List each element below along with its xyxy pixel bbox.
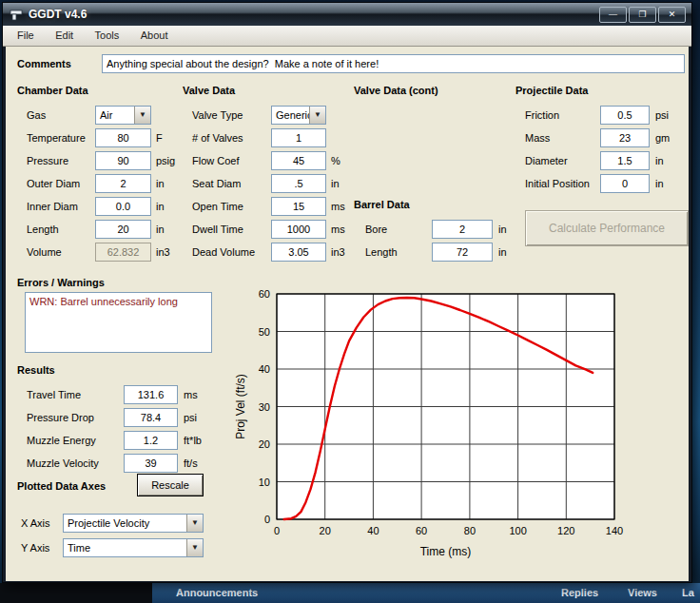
menu-bar: File Edit Tools About: [3, 26, 691, 47]
muzzle-velocity-output: [124, 454, 178, 473]
num-valves-row: # of Valves: [192, 128, 350, 147]
travel-time-label: Travel Time: [27, 389, 81, 400]
plotted-data-axes-header: Plotted Data Axes: [17, 480, 106, 492]
muzzle-velocity-label: Muzzle Velocity: [27, 457, 99, 469]
y-tick-label: 50: [259, 326, 270, 338]
warning-message: WRN: Barrel unnecessarily long: [29, 296, 178, 307]
chart-canvas: 0204060801001201400102030405060Time (ms)…: [232, 282, 679, 568]
seat-diam-unit: in: [331, 178, 340, 189]
friction-input[interactable]: [600, 106, 650, 125]
bore-row: Bore in: [365, 220, 519, 239]
open-time-input[interactable]: [271, 197, 326, 216]
gas-label: Gas: [27, 109, 46, 121]
initial-position-input[interactable]: [600, 174, 650, 193]
bg-col-views: Views: [628, 587, 657, 598]
diameter-unit: in: [655, 155, 664, 166]
pressure-label: Pressure: [27, 155, 68, 166]
dwell-time-input[interactable]: [271, 220, 326, 239]
chevron-down-icon[interactable]: ▼: [186, 515, 203, 532]
y-tick-label: 30: [259, 401, 270, 413]
y-axis-label: Y Axis: [21, 542, 49, 554]
projectile-data-header: Projectile Data: [515, 85, 588, 96]
initial-position-unit: in: [655, 178, 664, 189]
x-axis-row: X Axis Projectile Velocity ▼: [21, 514, 230, 533]
y-axis-row: Y Axis Time ▼: [21, 538, 230, 557]
chamber-data-header: Chamber Data: [17, 85, 88, 96]
bg-col-last: La: [682, 587, 694, 598]
menu-tools[interactable]: Tools: [87, 26, 128, 47]
menu-about[interactable]: About: [132, 26, 177, 47]
bore-label: Bore: [365, 224, 387, 235]
flow-coef-label: Flow Coef: [192, 155, 240, 166]
seat-diam-row: Seat Diam in: [192, 174, 350, 193]
gas-value: Air: [100, 109, 112, 121]
inner-diam-input[interactable]: [95, 197, 151, 216]
muzzle-energy-output: [124, 431, 178, 450]
chevron-down-icon[interactable]: ▼: [309, 107, 325, 124]
muzzle-energy-label: Muzzle Energy: [27, 435, 96, 446]
barrel-length-label: Length: [365, 246, 398, 258]
dwell-time-label: Dwell Time: [192, 224, 243, 235]
bore-unit: in: [498, 224, 507, 235]
diameter-row: Diameter in: [525, 151, 679, 170]
temperature-input[interactable]: [95, 128, 151, 147]
diameter-label: Diameter: [525, 155, 568, 166]
muzzle-velocity-row: Muzzle Velocity ft/s: [27, 454, 226, 473]
y-tick-label: 10: [259, 477, 270, 488]
dead-volume-unit: in3: [331, 246, 345, 258]
valve-type-select[interactable]: Generic ▼: [271, 106, 326, 125]
errors-textbox[interactable]: WRN: Barrel unnecessarily long: [25, 292, 212, 353]
maximize-button[interactable]: ❐: [629, 7, 656, 23]
x-tick-label: 120: [557, 525, 574, 536]
inner-diam-unit: in: [156, 201, 165, 212]
seat-diam-input[interactable]: [271, 174, 326, 193]
pressure-input[interactable]: [95, 151, 151, 170]
dead-volume-label: Dead Volume: [192, 246, 255, 258]
volume-row: Volume in3: [27, 243, 190, 262]
y-axis-select[interactable]: Time ▼: [63, 538, 204, 557]
minimize-button[interactable]: —: [599, 7, 627, 23]
mass-row: Mass gm: [525, 128, 679, 147]
dead-volume-input[interactable]: [271, 243, 326, 262]
travel-time-unit: ms: [184, 389, 198, 400]
num-valves-input[interactable]: [271, 128, 326, 147]
close-button[interactable]: ✕: [658, 7, 686, 23]
muzzle-velocity-unit: ft/s: [184, 457, 198, 469]
initial-position-row: Initial Position in: [525, 174, 679, 193]
barrel-length-input[interactable]: [432, 243, 493, 262]
num-valves-label: # of Valves: [192, 132, 243, 144]
comments-input[interactable]: [102, 54, 685, 73]
gas-select[interactable]: Air ▼: [95, 106, 151, 125]
diameter-input[interactable]: [600, 151, 650, 170]
pressure-unit: psig: [156, 155, 175, 166]
y-tick-label: 20: [259, 438, 270, 450]
flow-coef-unit: %: [331, 155, 340, 166]
chevron-down-icon[interactable]: ▼: [186, 539, 203, 556]
bg-col-replies: Replies: [561, 587, 598, 598]
temperature-row: Temperature F: [27, 128, 190, 147]
bore-input[interactable]: [432, 220, 493, 239]
chamber-length-label: Length: [27, 224, 59, 235]
chevron-down-icon[interactable]: ▼: [134, 107, 150, 124]
mass-input[interactable]: [600, 128, 650, 147]
menu-edit[interactable]: Edit: [47, 26, 82, 47]
temperature-unit: F: [156, 132, 163, 144]
menu-file[interactable]: File: [9, 26, 43, 47]
app-icon: [10, 8, 23, 21]
x-tick-label: 40: [367, 525, 379, 536]
chamber-length-input[interactable]: [95, 220, 151, 239]
x-tick-label: 80: [464, 525, 476, 536]
chamber-length-unit: in: [156, 224, 165, 235]
x-axis-select[interactable]: Projectile Velocity ▼: [63, 514, 204, 533]
gas-row: Gas Air ▼: [27, 106, 190, 125]
muzzle-energy-row: Muzzle Energy ft*lb: [27, 431, 226, 450]
results-header: Results: [17, 364, 55, 376]
rescale-button[interactable]: Rescale: [137, 474, 204, 496]
valve-type-row: Valve Type Generic ▼: [192, 106, 350, 125]
calculate-performance-button: Calculate Performance: [525, 210, 689, 246]
valve-type-value: Generic: [276, 109, 313, 121]
muzzle-energy-unit: ft*lb: [184, 435, 202, 446]
outer-diam-input[interactable]: [95, 174, 151, 193]
travel-time-row: Travel Time ms: [27, 385, 226, 404]
flow-coef-input[interactable]: [271, 151, 326, 170]
